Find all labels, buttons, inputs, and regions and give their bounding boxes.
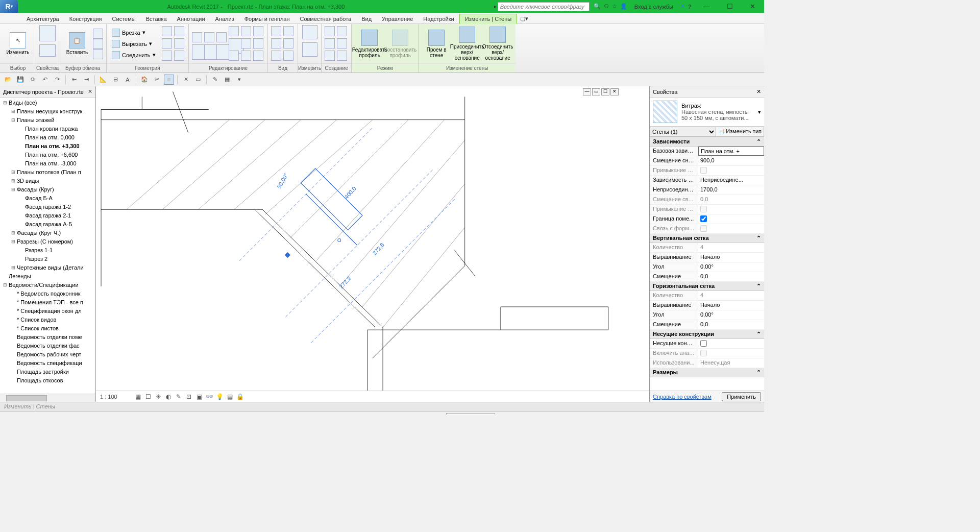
tree-item[interactable]: ⊟Фасады (Круг) (0, 185, 95, 194)
tree-item[interactable]: Ведомость отделки поме (0, 333, 95, 342)
app-icon[interactable]: R▾ (0, 0, 18, 13)
tab-systems[interactable]: Системы (107, 14, 141, 23)
prop-row[interactable]: Смещение сни...900,0 (650, 156, 764, 166)
prop-group-header[interactable]: Вертикальная сетка⌃ (650, 234, 764, 243)
scale-icon[interactable] (253, 38, 263, 49)
dim-272-8[interactable]: 272,8 (372, 241, 385, 256)
cut-icon[interactable] (93, 29, 103, 39)
sb-ico-2[interactable]: ▥ (701, 413, 709, 415)
tree-item[interactable]: Площадь откосов (0, 376, 95, 385)
properties-help-link[interactable]: Справка по свойствам (653, 394, 712, 400)
dim-angle[interactable]: 50,00° (276, 172, 289, 189)
view-ico-1[interactable] (271, 26, 281, 36)
tree-item[interactable]: План на отм. 0,000 (0, 133, 95, 142)
unpin-icon[interactable] (241, 51, 251, 61)
tree-item[interactable]: * Помещения ТЭП - все п (0, 298, 95, 307)
tree-item[interactable]: Фасад гаража 1-2 (0, 203, 95, 211)
type-properties-icon[interactable] (39, 44, 56, 57)
ribbon-overflow-icon[interactable]: ▢▾ (517, 14, 531, 23)
qa-thin-lines[interactable]: ≡ (164, 75, 174, 85)
tree-item[interactable]: Ведомость спецификаци (0, 359, 95, 368)
render-icon[interactable]: ✎ (175, 393, 183, 401)
geom-ico-5[interactable] (162, 51, 172, 61)
tab-annotate[interactable]: Аннотации (172, 14, 210, 23)
mirror-axis-icon[interactable] (216, 32, 227, 42)
tree-item[interactable]: ⊟Виды (все) (0, 99, 95, 107)
match-icon[interactable] (93, 49, 103, 59)
tree-item[interactable]: * Список листов (0, 324, 95, 333)
prop-row[interactable]: Смещение0,0 (650, 272, 764, 282)
view-ico-5[interactable] (271, 51, 281, 61)
qa-align[interactable]: ⊟ (110, 75, 120, 85)
qa-open[interactable]: 📂 (3, 75, 13, 85)
qa-save[interactable]: 💾 (15, 75, 26, 85)
offset-icon[interactable] (204, 32, 214, 42)
tree-item[interactable]: ⊞3D виды (0, 177, 95, 185)
tree-item[interactable]: ⊞Фасады (Круг Ч.) (0, 229, 95, 237)
sb-ico-6[interactable]: ⊡ (742, 413, 750, 415)
tree-item[interactable]: План на отм. +6,600 (0, 151, 95, 159)
tree-item[interactable]: Площадь застройки (0, 368, 95, 376)
close-button[interactable]: ✕ (741, 0, 764, 13)
detail-level-icon[interactable]: ▦ (134, 393, 142, 401)
tab-massing[interactable]: Формы и генплан (239, 14, 295, 23)
tree-item[interactable]: Ведомость отделки фас (0, 342, 95, 350)
help-icon[interactable]: ? (688, 4, 691, 10)
qa-section[interactable]: ✂ (152, 75, 162, 85)
qa-redo[interactable]: ↷ (52, 75, 62, 85)
scale-display[interactable]: 1 : 100 (100, 394, 131, 400)
prop-group-header[interactable]: Несущие конструкции⌃ (650, 330, 764, 339)
prop-row[interactable]: Базовая завис...План на отм. + (650, 147, 764, 156)
join-button[interactable]: Соединить ▾ (110, 50, 161, 61)
view-ico-3[interactable] (271, 38, 281, 49)
mirror-draw-icon[interactable] (229, 26, 239, 36)
project-browser-hscroll[interactable] (0, 394, 95, 402)
apply-button[interactable]: Применить (722, 392, 761, 401)
delete-icon[interactable] (253, 51, 263, 61)
tree-item[interactable]: ⊞Чертежные виды (Детали (0, 263, 95, 272)
tab-view[interactable]: Вид (356, 14, 377, 23)
qa-fwd[interactable]: ⇥ (81, 75, 91, 85)
visual-style-icon[interactable]: ☐ (144, 393, 152, 401)
tree-item[interactable]: Фасад гаража А-Б (0, 220, 95, 229)
geom-ico-2[interactable] (174, 26, 184, 36)
maximize-button[interactable]: ☐ (718, 0, 741, 13)
edit-profile-button[interactable]: Редактировать профиль (355, 26, 384, 62)
modify-button[interactable]: ↖ Изменить (3, 26, 33, 62)
tree-item[interactable]: План на отм. +3,300 (0, 142, 95, 151)
element-filter-select[interactable]: Стены (1) (650, 127, 716, 137)
tree-item[interactable]: ⊟Разрезы (С номером) (0, 237, 95, 246)
split-icon[interactable] (241, 26, 251, 36)
login-button[interactable]: Вход в службы (631, 4, 676, 10)
properties-grid[interactable]: Зависимости⌃Базовая завис...План на отм.… (650, 137, 764, 391)
type-selector[interactable]: Витраж Навесная стена, импосты 50 х 150 … (650, 98, 764, 127)
tree-item[interactable]: Фасад Б-А (0, 194, 95, 203)
tree-item[interactable]: ⊞Планы несущих конструк (0, 107, 95, 116)
project-browser-close[interactable]: ✕ (88, 88, 92, 95)
geom-ico-4[interactable] (174, 38, 184, 49)
tree-item[interactable]: ⊟Планы этажей (0, 116, 95, 125)
hide-isolate-icon[interactable]: 👓 (205, 393, 213, 401)
tree-item[interactable]: План на отм. -3,000 (0, 159, 95, 168)
prop-row[interactable]: Зависимость с...Неприсоедине... (650, 176, 764, 185)
workset-icon[interactable]: ▦ (437, 414, 442, 415)
crop-icon[interactable]: ⊡ (185, 393, 193, 401)
create-ico-1[interactable] (325, 26, 335, 36)
geom-ico-1[interactable] (162, 26, 172, 36)
qa-text[interactable]: A (122, 75, 133, 85)
qa-measure[interactable]: 📐 (98, 75, 108, 85)
tab-insert[interactable]: Вставка (141, 14, 172, 23)
create-ico-3[interactable] (325, 38, 335, 49)
filter-icon[interactable]: ▤ (428, 414, 433, 415)
detach-button[interactable]: Отсоединить верх/основание (483, 26, 512, 62)
prop-group-header[interactable]: Горизонтальная сетка⌃ (650, 282, 764, 291)
tree-item[interactable]: Фасад гаража 2-1 (0, 211, 95, 220)
wall-opening-button[interactable]: Проем в стене (422, 26, 451, 62)
tree-item[interactable]: Разрез 2 (0, 255, 95, 263)
exchange-icon[interactable]: ✕ (680, 3, 685, 10)
create-ico-5[interactable] (325, 51, 335, 61)
prop-row[interactable]: Смещение0,0 (650, 320, 764, 330)
user-icon[interactable]: 👤 (620, 3, 627, 10)
measure-icon[interactable] (302, 25, 317, 39)
edit-type-button[interactable]: 📑 Изменить тип (716, 127, 764, 137)
